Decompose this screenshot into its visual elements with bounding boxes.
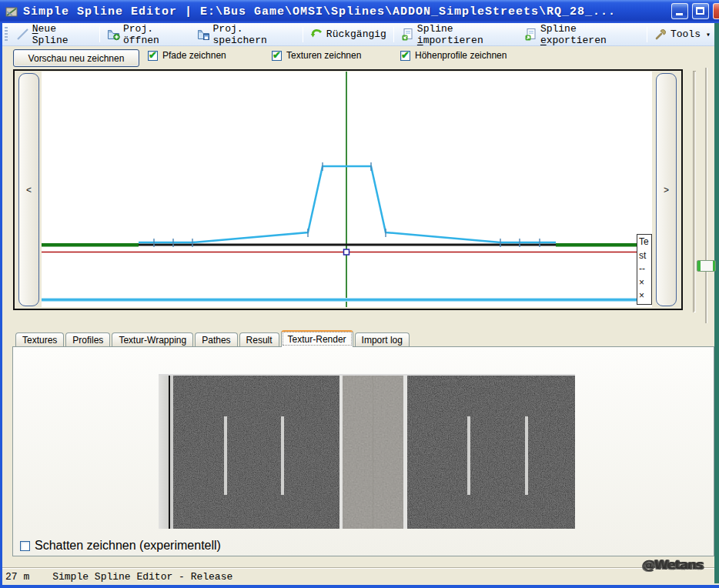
undo-button[interactable]: Rückgängig — [306, 26, 390, 42]
chevron-down-icon: ▾ — [706, 30, 711, 39]
asphalt-left — [172, 376, 339, 529]
toolbar-label: Rückgängig — [326, 28, 386, 40]
checkbox-box: ✔ — [148, 51, 158, 61]
spline-import-button[interactable]: Spline importieren — [397, 22, 520, 48]
curb-strip — [159, 376, 169, 529]
status-distance: 27 m — [5, 571, 29, 583]
checkbox-box: ✔ — [400, 51, 410, 61]
undo-icon — [310, 28, 323, 41]
slider-thumb[interactable] — [697, 260, 716, 272]
status-app-version: Simple Spline Editor - Release — [52, 571, 232, 583]
check-icon: ✔ — [273, 49, 281, 61]
scroll-left-button[interactable]: < — [18, 73, 39, 306]
title-bar: Simple Spline Editor | E:\Bus Game\OMSI\… — [0, 0, 719, 23]
check-icon: ✔ — [149, 49, 157, 61]
median-seam — [373, 403, 403, 403]
tools-menu-button[interactable]: Tools ▾ — [650, 26, 714, 42]
scroll-right-button[interactable]: > — [656, 73, 677, 306]
toolbar-grip[interactable] — [5, 27, 8, 42]
spline-preview-frame: < Te st -- × × — [13, 69, 683, 310]
checkbox-label: Texturen zeichnen — [286, 50, 361, 61]
slider-track[interactable] — [705, 68, 707, 323]
preview-controls: Vorschau neu zeichnen ✔ Pfade zeichnen ✔… — [0, 48, 719, 68]
toolbar-label: Spline importieren — [417, 23, 517, 46]
checkbox-hoehenprofile-zeichnen[interactable]: ✔ Höhenprofile zeichnen — [400, 50, 507, 61]
checkbox-box — [20, 541, 30, 551]
toolbar-separator — [393, 27, 394, 42]
minimize-icon — [676, 13, 683, 15]
median-seam — [373, 376, 373, 529]
window-bottom-border — [0, 585, 719, 588]
status-bar: 27 m Simple Spline Editor - Release — [2, 568, 714, 585]
new-spline-button[interactable]: Neue Spline — [12, 22, 96, 48]
toolbar-separator — [647, 27, 647, 42]
asphalt-right — [407, 376, 575, 529]
spline-profile-canvas[interactable]: Te st -- × × — [42, 72, 652, 307]
slider-groove — [693, 71, 696, 312]
toolbar-label: Proj. öffnen — [123, 23, 189, 46]
tab-textur-render[interactable]: Textur-Render — [281, 330, 353, 347]
maximize-button[interactable] — [692, 3, 709, 19]
profile-drawing — [42, 72, 652, 307]
lane-marking — [281, 416, 284, 495]
window-right-edge-strip — [714, 23, 719, 583]
export-icon — [524, 28, 537, 41]
tab-textur-wrapping[interactable]: Textur-Wrapping — [112, 332, 193, 347]
textur-render-page: Schatten zeichnen (experimentell) — [12, 346, 714, 556]
toolbar-separator — [303, 27, 303, 42]
checkbox-label: Pfade zeichnen — [162, 50, 226, 61]
road-edge-line — [170, 376, 173, 529]
tab-result[interactable]: Result — [239, 332, 279, 347]
maximize-icon — [696, 7, 704, 15]
app-window: Simple Spline Editor | E:\Bus Game\OMSI\… — [0, 0, 719, 588]
minimize-button[interactable] — [671, 3, 688, 19]
checkbox-label: Schatten zeichnen (experimentell) — [35, 539, 221, 553]
new-spline-icon — [16, 28, 29, 41]
tab-profiles[interactable]: Profiles — [65, 332, 110, 347]
road-texture-render — [159, 374, 575, 529]
lane-marking — [467, 416, 470, 495]
checkbox-texturen-zeichnen[interactable]: ✔ Texturen zeichnen — [272, 50, 361, 61]
window-title: Simple Spline Editor | E:\Bus Game\OMSI\… — [23, 5, 616, 18]
window-left-border — [0, 23, 2, 588]
wrench-icon — [654, 28, 667, 41]
tab-textures[interactable]: Textures — [15, 332, 64, 347]
checkbox-box: ✔ — [272, 51, 282, 61]
check-icon: ✔ — [401, 49, 410, 61]
project-open-button[interactable]: Proj. öffnen — [103, 22, 193, 48]
checkbox-label: Höhenprofile zeichnen — [415, 50, 507, 61]
tab-import-log[interactable]: Import log — [355, 332, 410, 347]
project-save-button[interactable]: Proj. speichern — [193, 22, 299, 48]
toolbar-separator — [99, 27, 100, 42]
folder-save-icon — [197, 28, 210, 41]
redraw-preview-button[interactable]: Vorschau neu zeichnen — [13, 49, 139, 67]
spline-export-button[interactable]: Spline exportieren — [520, 22, 644, 48]
watermark: @Wetans — [642, 557, 703, 572]
median-seam — [343, 453, 373, 453]
checkbox-pfade-zeichnen[interactable]: ✔ Pfade zeichnen — [148, 50, 226, 61]
toolbar: Neue Spline Proj. öffnen Proj. speichern — [2, 23, 714, 46]
import-icon — [401, 28, 414, 41]
checkbox-schatten-zeichnen[interactable]: Schatten zeichnen (experimentell) — [20, 539, 221, 553]
lane-marking — [224, 416, 227, 495]
toolbar-label: Neue Spline — [32, 23, 92, 46]
app-icon[interactable] — [5, 5, 18, 18]
toolbar-label: Tools — [671, 28, 701, 40]
close-button[interactable] — [713, 3, 719, 19]
median-edge-line-right — [403, 376, 407, 529]
toolbar-label: Proj. speichern — [213, 23, 296, 46]
canvas-info-overlay: Te st -- × × — [637, 234, 652, 305]
folder-open-icon — [107, 28, 120, 41]
toolbar-label: Spline exportieren — [540, 23, 640, 46]
lane-marking — [525, 416, 528, 495]
tab-pathes[interactable]: Pathes — [195, 332, 237, 347]
tab-strip: Textures Profiles Textur-Wrapping Pathes… — [15, 330, 410, 347]
